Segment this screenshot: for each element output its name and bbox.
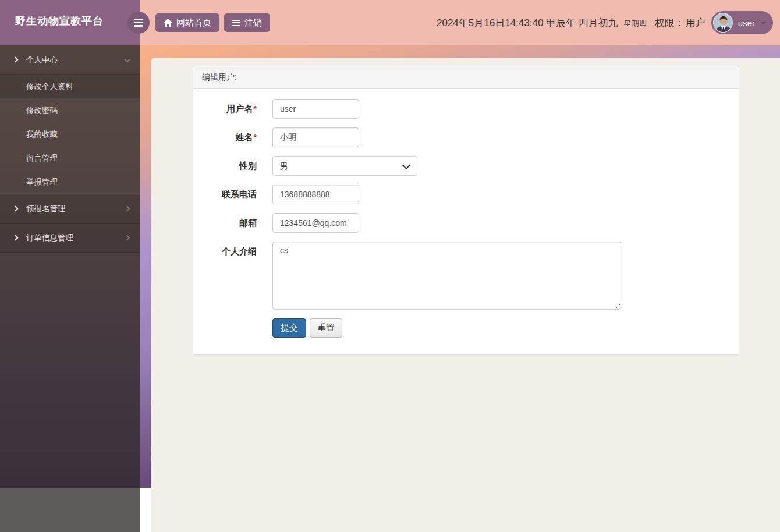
avatar-photo bbox=[714, 13, 733, 33]
email-field[interactable] bbox=[272, 213, 359, 233]
required-asterisk: * bbox=[253, 104, 257, 114]
sidebar-item-change-password[interactable]: 修改密码 bbox=[0, 98, 140, 122]
sidebar-item-report-management[interactable]: 举报管理 bbox=[0, 170, 140, 194]
hamburger-icon bbox=[134, 19, 143, 20]
username-row: 用户名* bbox=[202, 99, 730, 119]
email-label: 邮箱 bbox=[202, 213, 257, 233]
logo-block: 野生动物宣教平台 bbox=[0, 0, 140, 45]
chevron-down-icon bbox=[760, 22, 766, 24]
nav-button-home[interactable]: 网站首页 bbox=[155, 13, 219, 32]
sidebar-item-personal-center[interactable]: 个人中心 bbox=[0, 45, 140, 75]
phone-row: 联系电话 bbox=[202, 185, 730, 204]
weekday-text: 星期四 bbox=[624, 18, 647, 29]
sidebar-item-my-favorites[interactable]: 我的收藏 bbox=[0, 122, 140, 146]
user-menu-label: user bbox=[738, 18, 755, 28]
submit-button[interactable]: 提交 bbox=[272, 318, 306, 338]
chevron-down-icon bbox=[125, 57, 130, 63]
hamburger-button[interactable] bbox=[127, 12, 150, 34]
bio-label: 个人介绍 bbox=[202, 242, 257, 310]
sidebar: 个人中心 修改个人资料 修改密码 我的收藏 留言管理 举报管理 预报名管理 订单… bbox=[0, 45, 140, 488]
sidebar-footer bbox=[0, 488, 140, 532]
sidebar-item-pre-registration[interactable]: 预报名管理 bbox=[0, 194, 140, 224]
home-icon bbox=[164, 19, 172, 27]
username-field[interactable] bbox=[272, 99, 359, 119]
username-label: 用户名* bbox=[202, 99, 257, 119]
permission-label: 权限： bbox=[655, 17, 685, 29]
personal-center-submenu: 修改个人资料 修改密码 我的收藏 留言管理 举报管理 bbox=[0, 75, 140, 194]
list-icon bbox=[232, 20, 240, 26]
bio-textarea[interactable]: cs bbox=[272, 242, 621, 310]
phone-field[interactable] bbox=[272, 185, 359, 204]
permission-text: 权限：用户 bbox=[655, 16, 705, 30]
name-label: 姓名* bbox=[202, 127, 257, 147]
bio-row: 个人介绍 cs bbox=[202, 242, 730, 310]
sidebar-item-message-management[interactable]: 留言管理 bbox=[0, 146, 140, 170]
app-screen: 编辑用户: 用户名* 姓名* 性别 男 bbox=[0, 0, 780, 532]
reset-button[interactable]: 重置 bbox=[310, 318, 342, 338]
gender-row: 性别 男 bbox=[202, 156, 730, 176]
gender-select[interactable]: 男 bbox=[272, 156, 417, 176]
chevron-right-icon bbox=[13, 235, 19, 241]
name-row: 姓名* bbox=[202, 127, 730, 147]
avatar bbox=[713, 13, 733, 33]
app-title: 野生动物宣教平台 bbox=[15, 0, 104, 45]
sidebar-item-edit-profile[interactable]: 修改个人资料 bbox=[0, 75, 140, 98]
name-field[interactable] bbox=[272, 127, 359, 147]
topbar: 野生动物宣教平台 2024年5月16日14:43:40 甲辰年 四月初九 星期四… bbox=[0, 0, 780, 45]
phone-label: 联系电话 bbox=[202, 185, 257, 204]
topbar-info: 2024年5月16日14:43:40 甲辰年 四月初九 星期四 权限：用户 bbox=[437, 0, 773, 45]
form-actions: 提交 重置 bbox=[272, 318, 730, 338]
user-menu[interactable]: user bbox=[711, 11, 773, 34]
email-row: 邮箱 bbox=[202, 213, 730, 233]
sidebar-item-order-management[interactable]: 订单信息管理 bbox=[0, 224, 140, 253]
permission-value: 用户 bbox=[686, 17, 705, 29]
panel-title: 编辑用户: bbox=[193, 66, 739, 89]
chevron-right-icon bbox=[13, 57, 19, 63]
datetime-text: 2024年5月16日14:43:40 甲辰年 四月初九 bbox=[437, 16, 618, 30]
nav-button-logout[interactable]: 注销 bbox=[224, 13, 270, 32]
chevron-right-icon bbox=[13, 206, 19, 212]
required-asterisk: * bbox=[253, 132, 257, 142]
edit-user-panel: 编辑用户: 用户名* 姓名* 性别 男 bbox=[193, 66, 739, 355]
edit-user-form: 用户名* 姓名* 性别 男 联系电话 bbox=[193, 89, 739, 354]
chevron-right-icon bbox=[125, 206, 130, 212]
sidebar-menu: 个人中心 修改个人资料 修改密码 我的收藏 留言管理 举报管理 预报名管理 订单… bbox=[0, 45, 140, 253]
content-area: 编辑用户: 用户名* 姓名* 性别 男 bbox=[151, 58, 780, 532]
gender-label: 性别 bbox=[202, 156, 257, 176]
gender-select-wrap: 男 bbox=[272, 156, 417, 176]
chevron-right-icon bbox=[125, 235, 130, 241]
